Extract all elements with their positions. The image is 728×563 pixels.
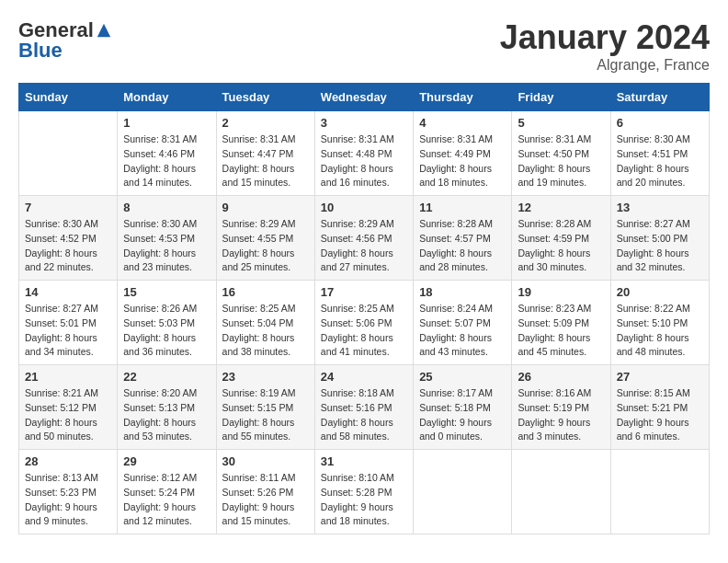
logo: General Blue bbox=[18, 18, 112, 63]
day-number: 29 bbox=[123, 454, 210, 468]
day-number: 4 bbox=[419, 116, 506, 130]
day-info: Sunrise: 8:31 AMSunset: 4:48 PMDaylight:… bbox=[321, 132, 407, 190]
calendar-cell: 26 Sunrise: 8:16 AMSunset: 5:19 PMDaylig… bbox=[512, 365, 610, 450]
day-number: 17 bbox=[321, 285, 407, 299]
day-info: Sunrise: 8:13 AMSunset: 5:23 PMDaylight:… bbox=[25, 471, 111, 529]
page-header: General Blue January 2024 Algrange, Fran… bbox=[18, 18, 710, 74]
day-info: Sunrise: 8:29 AMSunset: 4:55 PMDaylight:… bbox=[222, 217, 309, 275]
calendar-cell: 30 Sunrise: 8:11 AMSunset: 5:26 PMDaylig… bbox=[216, 450, 314, 534]
day-info: Sunrise: 8:21 AMSunset: 5:12 PMDaylight:… bbox=[25, 386, 111, 444]
day-number: 19 bbox=[518, 285, 604, 299]
week-row-4: 21 Sunrise: 8:21 AMSunset: 5:12 PMDaylig… bbox=[19, 365, 710, 450]
title-area: January 2024 Algrange, France bbox=[500, 18, 710, 74]
calendar-cell: 1 Sunrise: 8:31 AMSunset: 4:46 PMDayligh… bbox=[118, 111, 216, 196]
day-number: 7 bbox=[25, 201, 111, 214]
day-number: 10 bbox=[321, 201, 407, 214]
calendar-cell: 22 Sunrise: 8:20 AMSunset: 5:13 PMDaylig… bbox=[118, 365, 216, 450]
calendar-cell: 29 Sunrise: 8:12 AMSunset: 5:24 PMDaylig… bbox=[118, 450, 216, 534]
day-info: Sunrise: 8:28 AMSunset: 4:59 PMDaylight:… bbox=[518, 217, 604, 275]
calendar-cell: 14 Sunrise: 8:27 AMSunset: 5:01 PMDaylig… bbox=[19, 281, 118, 365]
day-number: 27 bbox=[617, 370, 703, 384]
day-info: Sunrise: 8:18 AMSunset: 5:16 PMDaylight:… bbox=[321, 386, 407, 444]
week-row-2: 7 Sunrise: 8:30 AMSunset: 4:52 PMDayligh… bbox=[19, 196, 710, 281]
calendar-cell bbox=[19, 111, 118, 196]
calendar-cell: 12 Sunrise: 8:28 AMSunset: 4:59 PMDaylig… bbox=[512, 196, 610, 281]
day-number: 6 bbox=[617, 116, 703, 130]
day-info: Sunrise: 8:25 AMSunset: 5:04 PMDaylight:… bbox=[222, 302, 309, 360]
calendar-cell bbox=[512, 450, 610, 534]
day-info: Sunrise: 8:26 AMSunset: 5:03 PMDaylight:… bbox=[123, 302, 210, 360]
day-info: Sunrise: 8:16 AMSunset: 5:19 PMDaylight:… bbox=[518, 386, 604, 444]
day-number: 13 bbox=[617, 201, 703, 214]
day-info: Sunrise: 8:30 AMSunset: 4:53 PMDaylight:… bbox=[123, 217, 210, 275]
day-info: Sunrise: 8:10 AMSunset: 5:28 PMDaylight:… bbox=[321, 471, 407, 529]
calendar-cell: 2 Sunrise: 8:31 AMSunset: 4:47 PMDayligh… bbox=[216, 111, 314, 196]
day-number: 1 bbox=[123, 116, 210, 130]
day-number: 16 bbox=[222, 285, 309, 299]
day-info: Sunrise: 8:29 AMSunset: 4:56 PMDaylight:… bbox=[321, 217, 407, 275]
calendar-table: SundayMondayTuesdayWednesdayThursdayFrid… bbox=[18, 83, 710, 534]
logo-icon bbox=[96, 22, 112, 39]
day-number: 24 bbox=[321, 370, 407, 384]
header-monday: Monday bbox=[118, 84, 216, 111]
day-number: 14 bbox=[25, 285, 111, 299]
day-number: 26 bbox=[518, 370, 604, 384]
day-info: Sunrise: 8:12 AMSunset: 5:24 PMDaylight:… bbox=[123, 471, 210, 529]
day-number: 20 bbox=[617, 285, 703, 299]
day-info: Sunrise: 8:22 AMSunset: 5:10 PMDaylight:… bbox=[617, 302, 703, 360]
week-row-5: 28 Sunrise: 8:13 AMSunset: 5:23 PMDaylig… bbox=[19, 450, 710, 534]
header-saturday: Saturday bbox=[610, 84, 709, 111]
calendar-cell: 19 Sunrise: 8:23 AMSunset: 5:09 PMDaylig… bbox=[512, 281, 610, 365]
day-info: Sunrise: 8:20 AMSunset: 5:13 PMDaylight:… bbox=[123, 386, 210, 444]
day-number: 15 bbox=[123, 285, 210, 299]
day-info: Sunrise: 8:15 AMSunset: 5:21 PMDaylight:… bbox=[617, 386, 703, 444]
header-tuesday: Tuesday bbox=[216, 84, 314, 111]
calendar-cell: 10 Sunrise: 8:29 AMSunset: 4:56 PMDaylig… bbox=[314, 196, 413, 281]
day-number: 3 bbox=[321, 116, 407, 130]
day-number: 8 bbox=[123, 201, 210, 214]
calendar-cell: 7 Sunrise: 8:30 AMSunset: 4:52 PMDayligh… bbox=[19, 196, 118, 281]
day-number: 11 bbox=[419, 201, 506, 214]
week-row-1: 1 Sunrise: 8:31 AMSunset: 4:46 PMDayligh… bbox=[19, 111, 710, 196]
day-info: Sunrise: 8:19 AMSunset: 5:15 PMDaylight:… bbox=[222, 386, 309, 444]
header-wednesday: Wednesday bbox=[314, 84, 413, 111]
day-number: 22 bbox=[123, 370, 210, 384]
calendar-cell bbox=[414, 450, 512, 534]
header-row: SundayMondayTuesdayWednesdayThursdayFrid… bbox=[19, 84, 710, 111]
calendar-cell: 20 Sunrise: 8:22 AMSunset: 5:10 PMDaylig… bbox=[610, 281, 709, 365]
day-info: Sunrise: 8:11 AMSunset: 5:26 PMDaylight:… bbox=[222, 471, 309, 529]
calendar-cell: 18 Sunrise: 8:24 AMSunset: 5:07 PMDaylig… bbox=[414, 281, 512, 365]
calendar-cell: 25 Sunrise: 8:17 AMSunset: 5:18 PMDaylig… bbox=[414, 365, 512, 450]
day-info: Sunrise: 8:27 AMSunset: 5:00 PMDaylight:… bbox=[617, 217, 703, 275]
calendar-cell: 13 Sunrise: 8:27 AMSunset: 5:00 PMDaylig… bbox=[610, 196, 709, 281]
day-number: 2 bbox=[222, 116, 309, 130]
calendar-cell: 23 Sunrise: 8:19 AMSunset: 5:15 PMDaylig… bbox=[216, 365, 314, 450]
day-info: Sunrise: 8:30 AMSunset: 4:52 PMDaylight:… bbox=[25, 217, 111, 275]
calendar-cell bbox=[610, 450, 709, 534]
calendar-cell: 17 Sunrise: 8:25 AMSunset: 5:06 PMDaylig… bbox=[314, 281, 413, 365]
header-sunday: Sunday bbox=[19, 84, 118, 111]
calendar-cell: 5 Sunrise: 8:31 AMSunset: 4:50 PMDayligh… bbox=[512, 111, 610, 196]
svg-marker-0 bbox=[97, 24, 110, 37]
calendar-cell: 24 Sunrise: 8:18 AMSunset: 5:16 PMDaylig… bbox=[314, 365, 413, 450]
day-number: 23 bbox=[222, 370, 309, 384]
day-info: Sunrise: 8:27 AMSunset: 5:01 PMDaylight:… bbox=[25, 302, 111, 360]
calendar-cell: 9 Sunrise: 8:29 AMSunset: 4:55 PMDayligh… bbox=[216, 196, 314, 281]
day-info: Sunrise: 8:23 AMSunset: 5:09 PMDaylight:… bbox=[518, 302, 604, 360]
calendar-cell: 31 Sunrise: 8:10 AMSunset: 5:28 PMDaylig… bbox=[314, 450, 413, 534]
week-row-3: 14 Sunrise: 8:27 AMSunset: 5:01 PMDaylig… bbox=[19, 281, 710, 365]
day-number: 31 bbox=[321, 454, 407, 468]
day-info: Sunrise: 8:24 AMSunset: 5:07 PMDaylight:… bbox=[419, 302, 506, 360]
month-title: January 2024 bbox=[500, 18, 710, 57]
day-number: 25 bbox=[419, 370, 506, 384]
header-thursday: Thursday bbox=[414, 84, 512, 111]
day-number: 21 bbox=[25, 370, 111, 384]
day-info: Sunrise: 8:25 AMSunset: 5:06 PMDaylight:… bbox=[321, 302, 407, 360]
day-info: Sunrise: 8:31 AMSunset: 4:46 PMDaylight:… bbox=[123, 132, 210, 190]
day-info: Sunrise: 8:28 AMSunset: 4:57 PMDaylight:… bbox=[419, 217, 506, 275]
day-number: 9 bbox=[222, 201, 309, 214]
day-number: 12 bbox=[518, 201, 604, 214]
calendar-cell: 28 Sunrise: 8:13 AMSunset: 5:23 PMDaylig… bbox=[19, 450, 118, 534]
calendar-cell: 15 Sunrise: 8:26 AMSunset: 5:03 PMDaylig… bbox=[118, 281, 216, 365]
calendar-cell: 16 Sunrise: 8:25 AMSunset: 5:04 PMDaylig… bbox=[216, 281, 314, 365]
